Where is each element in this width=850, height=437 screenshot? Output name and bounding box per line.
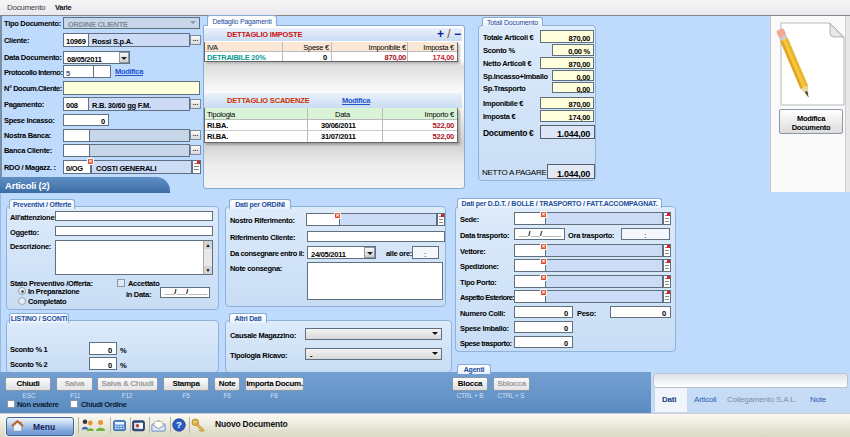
svg-text:?: ? xyxy=(176,419,182,430)
